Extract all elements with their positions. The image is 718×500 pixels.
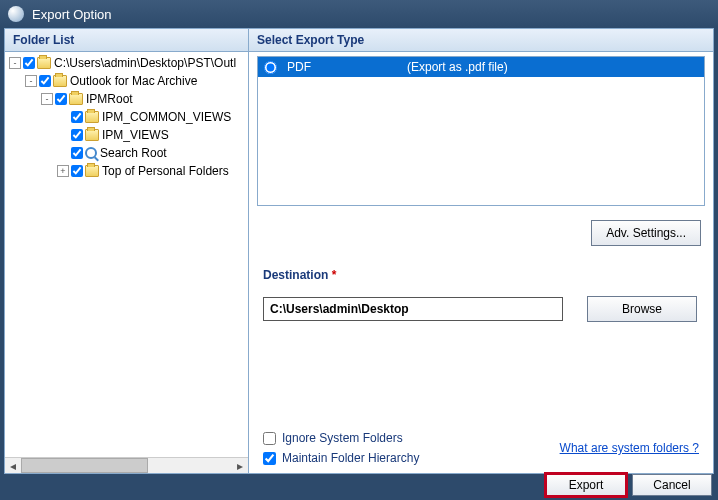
folder-list-panel: Folder List -C:\Users\admin\Desktop\PST\… — [5, 29, 249, 473]
scroll-left-icon[interactable]: ◂ — [5, 458, 21, 473]
tree-label: IPM_COMMON_VIEWS — [102, 110, 231, 124]
folder-list-header: Folder List — [5, 29, 248, 52]
expander-spacer — [57, 129, 69, 141]
system-folders-link[interactable]: What are system folders ? — [560, 441, 699, 455]
tree-label: Outlook for Mac Archive — [70, 74, 197, 88]
tree-checkbox[interactable] — [55, 93, 67, 105]
search-icon — [85, 147, 97, 159]
tree-label: Top of Personal Folders — [102, 164, 229, 178]
tree-node[interactable]: -C:\Users\admin\Desktop\PST\Outl — [5, 54, 248, 72]
content: Folder List -C:\Users\admin\Desktop\PST\… — [4, 28, 714, 474]
required-indicator: * — [332, 268, 337, 282]
expander-spacer — [57, 111, 69, 123]
export-button[interactable]: Export — [546, 474, 626, 496]
options-row: Ignore System Folders Maintain Folder Hi… — [249, 423, 713, 473]
app-icon — [8, 6, 24, 22]
scroll-right-icon[interactable]: ▸ — [232, 458, 248, 473]
tree-label: Search Root — [100, 146, 167, 160]
export-type-list: PDF(Export as .pdf file) — [257, 56, 705, 206]
scroll-track[interactable] — [21, 458, 232, 473]
destination-input[interactable] — [263, 297, 563, 321]
tree-node[interactable]: Search Root — [5, 144, 248, 162]
folder-icon — [37, 57, 51, 69]
tree-label: C:\Users\admin\Desktop\PST\Outl — [54, 56, 236, 70]
tree-label: IPMRoot — [86, 92, 133, 106]
folder-icon — [69, 93, 83, 105]
ignore-system-folders-checkbox[interactable]: Ignore System Folders — [263, 431, 419, 445]
adv-settings-button[interactable]: Adv. Settings... — [591, 220, 701, 246]
tree-node[interactable]: IPM_VIEWS — [5, 126, 248, 144]
tree-checkbox[interactable] — [23, 57, 35, 69]
tree-checkbox[interactable] — [71, 165, 83, 177]
export-type-desc: (Export as .pdf file) — [407, 60, 508, 74]
tree-checkbox[interactable] — [39, 75, 51, 87]
horizontal-scrollbar[interactable]: ◂ ▸ — [5, 457, 248, 473]
tree-checkbox[interactable] — [71, 129, 83, 141]
export-type-radio[interactable] — [264, 61, 277, 74]
tree-node[interactable]: +Top of Personal Folders — [5, 162, 248, 180]
tree-label: IPM_VIEWS — [102, 128, 169, 142]
expand-icon[interactable]: + — [57, 165, 69, 177]
export-panel: Select Export Type PDF(Export as .pdf fi… — [249, 29, 713, 473]
tree-node[interactable]: -Outlook for Mac Archive — [5, 72, 248, 90]
folder-tree[interactable]: -C:\Users\admin\Desktop\PST\Outl-Outlook… — [5, 52, 248, 457]
folder-icon — [53, 75, 67, 87]
titlebar: Export Option — [0, 0, 718, 28]
export-type-row[interactable]: PDF(Export as .pdf file) — [258, 57, 704, 77]
cancel-button[interactable]: Cancel — [632, 474, 712, 496]
tree-checkbox[interactable] — [71, 111, 83, 123]
expander-spacer — [57, 147, 69, 159]
collapse-icon[interactable]: - — [41, 93, 53, 105]
footer: Export Cancel — [0, 474, 718, 496]
maintain-hierarchy-checkbox[interactable]: Maintain Folder Hierarchy — [263, 451, 419, 465]
folder-icon — [85, 111, 99, 123]
tree-node[interactable]: -IPMRoot — [5, 90, 248, 108]
scroll-thumb[interactable] — [21, 458, 148, 473]
window-title: Export Option — [32, 7, 112, 22]
browse-button[interactable]: Browse — [587, 296, 697, 322]
export-type-header: Select Export Type — [249, 29, 713, 52]
tree-checkbox[interactable] — [71, 147, 83, 159]
tree-node[interactable]: IPM_COMMON_VIEWS — [5, 108, 248, 126]
destination-label: Destination * — [263, 268, 336, 282]
adv-settings-row: Adv. Settings... — [249, 214, 713, 260]
folder-icon — [85, 165, 99, 177]
destination-section: Destination * Browse — [249, 260, 713, 322]
collapse-icon[interactable]: - — [9, 57, 21, 69]
export-type-name: PDF — [287, 60, 407, 74]
folder-icon — [85, 129, 99, 141]
collapse-icon[interactable]: - — [25, 75, 37, 87]
